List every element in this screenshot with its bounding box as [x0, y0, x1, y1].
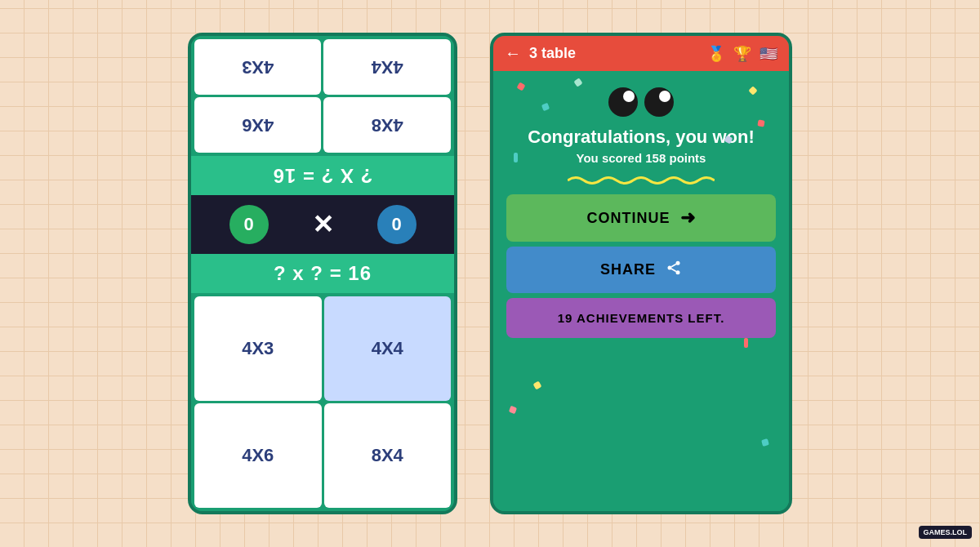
share-icon: [666, 260, 682, 280]
continue-button[interactable]: CONTINUE ➜: [506, 194, 776, 242]
continue-label: CONTINUE: [587, 210, 670, 227]
right-header: ← 3 table 🏅 🏆 🇺🇸: [493, 36, 789, 71]
eye-left: [608, 87, 638, 117]
svg-line-4: [671, 264, 676, 266]
top-grid: 4X8 4X6 4X4 4X3: [191, 36, 454, 156]
grid-cell-3[interactable]: 4X4: [324, 39, 452, 95]
score-left: 0: [229, 205, 269, 244]
share-label: SHARE: [600, 261, 656, 278]
leaderboard-icon[interactable]: 🏅: [707, 45, 725, 63]
bottom-grid: 4X3 4X4 4X6 8X4: [191, 293, 454, 511]
bottom-cell-1[interactable]: 4X3: [194, 296, 322, 401]
header-icons: 🏅 🏆 🇺🇸: [707, 45, 777, 63]
congrats-title: Congratulations, you won!: [528, 127, 754, 148]
svg-point-0: [676, 261, 680, 265]
left-game-card: 4X8 4X6 4X4 4X3 ? X ? = 16 0 ✕ 0 ? x ? =…: [188, 33, 457, 514]
score-bar: 0 ✕ 0: [191, 195, 454, 254]
main-container: 4X8 4X6 4X4 4X3 ? X ? = 16 0 ✕ 0 ? x ? =…: [0, 0, 980, 547]
bottom-cell-2[interactable]: 4X4: [324, 296, 452, 401]
right-game-card: ← 3 table 🏅 🏆 🇺🇸: [490, 33, 792, 514]
right-content: Congratulations, you won! You scored 158…: [493, 71, 789, 511]
bottom-cell-4[interactable]: 8X4: [324, 403, 452, 508]
flag-icon[interactable]: 🇺🇸: [760, 45, 777, 63]
share-button[interactable]: SHARE: [506, 247, 776, 293]
header-title: 3 table: [529, 45, 699, 62]
score-text: You scored 158 points: [577, 151, 706, 165]
score-right: 0: [377, 205, 416, 244]
question-banner: ? x ? = 16: [191, 254, 454, 293]
grid-cell-2[interactable]: 4X6: [194, 97, 322, 153]
svg-point-2: [676, 270, 680, 274]
eye-right: [644, 87, 674, 117]
wavy-line: [568, 175, 715, 181]
achievements-button[interactable]: 19 ACHIEVEMENTS LEFT.: [506, 298, 776, 338]
svg-point-1: [668, 266, 672, 270]
cross-icon: ✕: [312, 209, 334, 240]
question-banner-flipped: ? X ? = 16: [191, 156, 454, 195]
back-button[interactable]: ←: [505, 44, 521, 63]
grid-cell-1[interactable]: 4X8: [324, 97, 452, 153]
eyes-container: [608, 87, 674, 117]
games-badge: GAMES.LOL: [919, 526, 973, 539]
trophy-icon[interactable]: 🏆: [733, 45, 751, 63]
svg-line-3: [671, 269, 676, 271]
continue-arrow-icon: ➜: [680, 207, 696, 229]
grid-cell-4[interactable]: 4X3: [194, 39, 322, 95]
bottom-cell-3[interactable]: 4X6: [194, 403, 322, 508]
achievements-label: 19 ACHIEVEMENTS LEFT.: [558, 311, 725, 325]
